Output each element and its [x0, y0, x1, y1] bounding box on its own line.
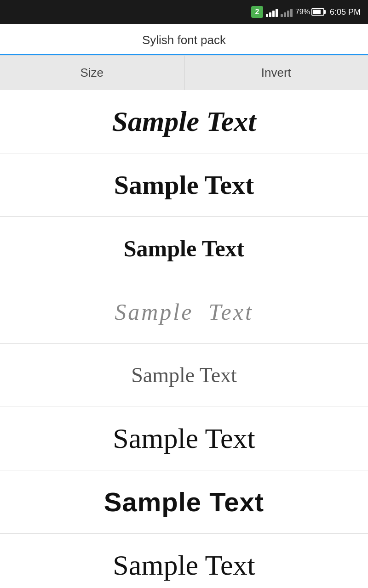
font-list: Sample Text Sample Text Sample Text Samp…	[0, 90, 368, 588]
font-sample-3: Sample Text	[124, 235, 245, 262]
status-icons: 2 79% 6:05 PM	[251, 6, 361, 18]
app-title: Sylish font pack	[0, 33, 368, 54]
battery-text: 79%	[295, 8, 310, 16]
invert-button[interactable]: Invert	[184, 56, 368, 90]
clock: 6:05 PM	[330, 7, 361, 17]
status-bar: 2 79% 6:05 PM	[0, 0, 368, 24]
bar2	[269, 12, 271, 17]
list-item[interactable]: Sample Text	[0, 470, 368, 534]
signal-bars-1	[266, 7, 278, 17]
font-sample-6: Sample Text	[113, 422, 255, 455]
font-sample-7: Sample Text	[104, 486, 264, 517]
battery-fill	[313, 10, 321, 14]
font-sample-1: Sample Text	[112, 105, 256, 138]
signal-bars-2	[281, 7, 293, 17]
bar5	[281, 14, 283, 17]
list-item[interactable]: Sample Text	[0, 90, 368, 153]
battery-icon	[311, 8, 324, 16]
list-item[interactable]: Sample Text	[0, 407, 368, 470]
bar4	[276, 9, 278, 17]
app-header: Sylish font pack	[0, 24, 368, 55]
bar7	[287, 11, 289, 17]
font-sample-2: Sample Text	[114, 170, 254, 200]
bar3	[272, 11, 275, 17]
list-item[interactable]: Sample Text	[0, 217, 368, 280]
font-sample-8: Sample Text	[113, 549, 255, 582]
toolbar: Size Invert	[0, 55, 368, 90]
bar8	[290, 9, 293, 17]
bar6	[284, 12, 286, 17]
font-sample-5: Sample Text	[131, 363, 237, 387]
notification-badge: 2	[251, 6, 263, 18]
bar1	[266, 14, 268, 17]
font-sample-4: Sample Text	[115, 299, 253, 325]
size-button[interactable]: Size	[0, 56, 184, 90]
list-item[interactable]: Sample Text	[0, 153, 368, 217]
list-item[interactable]: Sample Text	[0, 534, 368, 588]
list-item[interactable]: Sample Text	[0, 344, 368, 407]
battery-container: 79%	[295, 8, 324, 16]
list-item[interactable]: Sample Text	[0, 280, 368, 344]
